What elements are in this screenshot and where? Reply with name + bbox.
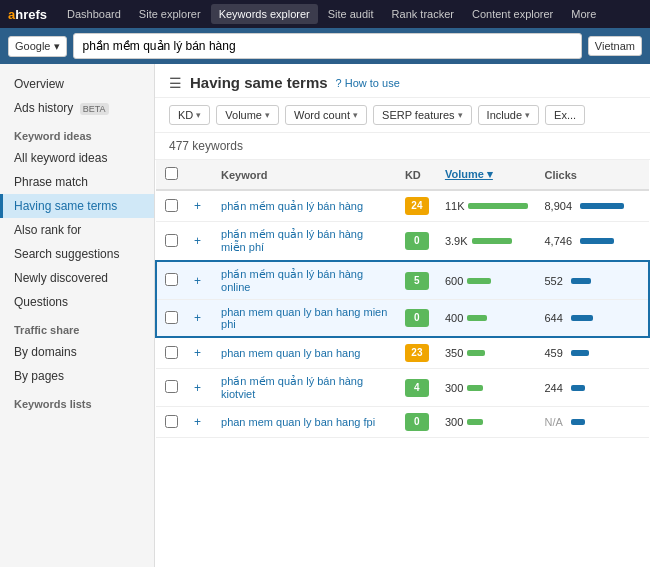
engine-select[interactable]: Google ▾ — [8, 36, 67, 57]
volume-value: 300 — [445, 382, 463, 394]
row-volume-cell: 350 — [437, 337, 537, 369]
keyword-link[interactable]: phan mem quan ly ban hang fpi — [221, 416, 375, 428]
filter-word-count[interactable]: Word count ▾ — [285, 105, 367, 125]
table-header-row: Keyword KD Volume ▾ Clicks — [156, 160, 649, 190]
row-checkbox[interactable] — [165, 415, 178, 428]
nav-content-explorer[interactable]: Content explorer — [464, 4, 561, 24]
nav-more[interactable]: More — [563, 4, 604, 24]
filter-exclude-label: Ex... — [554, 109, 576, 121]
row-clicks-cell: 459 — [536, 337, 632, 369]
keyword-link[interactable]: phần mềm quản lý bán hàng online — [221, 268, 363, 293]
volume-value: 600 — [445, 275, 463, 287]
nav-site-audit[interactable]: Site audit — [320, 4, 382, 24]
volume-value: 3.9K — [445, 235, 468, 247]
filter-serp-features[interactable]: SERP features ▾ — [373, 105, 472, 125]
sidebar-item-newly-discovered[interactable]: Newly discovered — [0, 266, 154, 290]
search-input[interactable] — [73, 33, 581, 59]
nav-keywords-explorer[interactable]: Keywords explorer — [211, 4, 318, 24]
sidebar-item-all-keyword-ideas[interactable]: All keyword ideas — [0, 146, 154, 170]
kd-badge: 5 — [405, 272, 429, 290]
sidebar-item-also-rank-for[interactable]: Also rank for — [0, 218, 154, 242]
filter-include[interactable]: Include ▾ — [478, 105, 539, 125]
add-keyword-button[interactable]: + — [194, 234, 201, 248]
sidebar-section-traffic-share: Traffic share — [0, 314, 154, 340]
row-checkbox[interactable] — [165, 380, 178, 393]
th-kd: KD — [397, 160, 437, 190]
keyword-link[interactable]: phan mem quan ly ban hang mien phi — [221, 306, 387, 330]
row-checkbox[interactable] — [165, 311, 178, 324]
row-add-cell: + — [186, 261, 213, 300]
row-checkbox-cell — [156, 190, 186, 222]
add-keyword-button[interactable]: + — [194, 199, 201, 213]
keyword-link[interactable]: phan mem quan ly ban hang — [221, 347, 360, 359]
filter-volume[interactable]: Volume ▾ — [216, 105, 279, 125]
sidebar-item-search-suggestions[interactable]: Search suggestions — [0, 242, 154, 266]
add-keyword-button[interactable]: + — [194, 346, 201, 360]
filter-word-count-arrow: ▾ — [353, 110, 358, 120]
country-select[interactable]: Vietnam — [588, 36, 642, 56]
keyword-link[interactable]: phần mềm quản lý bán hàng — [221, 200, 363, 212]
sidebar-item-having-same-terms[interactable]: Having same terms — [0, 194, 154, 218]
row-checkbox[interactable] — [165, 273, 178, 286]
row-clicks-cell: 644 — [536, 300, 632, 338]
row-extra-cell — [632, 261, 649, 300]
clicks-bar — [571, 278, 591, 284]
row-volume-cell: 11K — [437, 190, 537, 222]
nav-rank-tracker[interactable]: Rank tracker — [384, 4, 462, 24]
kd-badge: 0 — [405, 309, 429, 327]
clicks-value: 459 — [544, 347, 562, 359]
sidebar-item-by-pages[interactable]: By pages — [0, 364, 154, 388]
volume-bar — [467, 278, 491, 284]
row-clicks-cell: N/A — [536, 407, 632, 438]
clicks-value: 244 — [544, 382, 562, 394]
row-extra-cell — [632, 337, 649, 369]
row-add-cell: + — [186, 300, 213, 338]
sidebar-item-overview[interactable]: Overview — [0, 72, 154, 96]
filter-kd-label: KD — [178, 109, 193, 121]
volume-bar — [467, 385, 483, 391]
nav-site-explorer[interactable]: Site explorer — [131, 4, 209, 24]
clicks-value: 4,746 — [544, 235, 572, 247]
volume-bar — [467, 350, 485, 356]
row-checkbox[interactable] — [165, 234, 178, 247]
add-keyword-button[interactable]: + — [194, 381, 201, 395]
row-keyword-cell: phần mềm quản lý bán hàng — [213, 190, 397, 222]
filter-serp-label: SERP features — [382, 109, 455, 121]
content-header: ☰ Having same terms ? How to use — [155, 64, 650, 98]
select-all-checkbox[interactable] — [165, 167, 178, 180]
kd-badge: 0 — [405, 413, 429, 431]
row-extra-cell — [632, 407, 649, 438]
volume-bar — [467, 315, 487, 321]
top-navigation: ahrefs Dashboard Site explorer Keywords … — [0, 0, 650, 28]
filter-include-arrow: ▾ — [525, 110, 530, 120]
row-checkbox[interactable] — [165, 346, 178, 359]
row-checkbox[interactable] — [165, 199, 178, 212]
add-keyword-button[interactable]: + — [194, 311, 201, 325]
clicks-bar — [580, 238, 614, 244]
row-clicks-cell: 8,904 — [536, 190, 632, 222]
filter-include-label: Include — [487, 109, 522, 121]
sidebar-item-phrase-match[interactable]: Phrase match — [0, 170, 154, 194]
add-keyword-button[interactable]: + — [194, 274, 201, 288]
keywords-table: Keyword KD Volume ▾ Clicks +phần mềm quả… — [155, 160, 650, 438]
nav-dashboard[interactable]: Dashboard — [59, 4, 129, 24]
row-kd-cell: 0 — [397, 407, 437, 438]
country-label: Vietnam — [595, 40, 635, 52]
keyword-link[interactable]: phần mềm quản lý bán hàng kiotviet — [221, 375, 363, 400]
add-keyword-button[interactable]: + — [194, 415, 201, 429]
hamburger-icon[interactable]: ☰ — [169, 75, 182, 91]
table-row: +phần mềm quản lý bán hàng miễn phí03.9K… — [156, 222, 649, 262]
sidebar-item-questions[interactable]: Questions — [0, 290, 154, 314]
row-kd-cell: 24 — [397, 190, 437, 222]
sidebar-item-by-domains[interactable]: By domains — [0, 340, 154, 364]
row-volume-cell: 600 — [437, 261, 537, 300]
clicks-value: N/A — [544, 416, 562, 428]
how-to-use-link[interactable]: ? How to use — [336, 77, 400, 89]
keyword-link[interactable]: phần mềm quản lý bán hàng miễn phí — [221, 228, 363, 253]
filter-kd[interactable]: KD ▾ — [169, 105, 210, 125]
row-keyword-cell: phan mem quan ly ban hang — [213, 337, 397, 369]
th-volume[interactable]: Volume ▾ — [437, 160, 537, 190]
th-keyword: Keyword — [213, 160, 397, 190]
filter-exclude[interactable]: Ex... — [545, 105, 585, 125]
sidebar-item-ads-history[interactable]: Ads history BETA — [0, 96, 154, 120]
